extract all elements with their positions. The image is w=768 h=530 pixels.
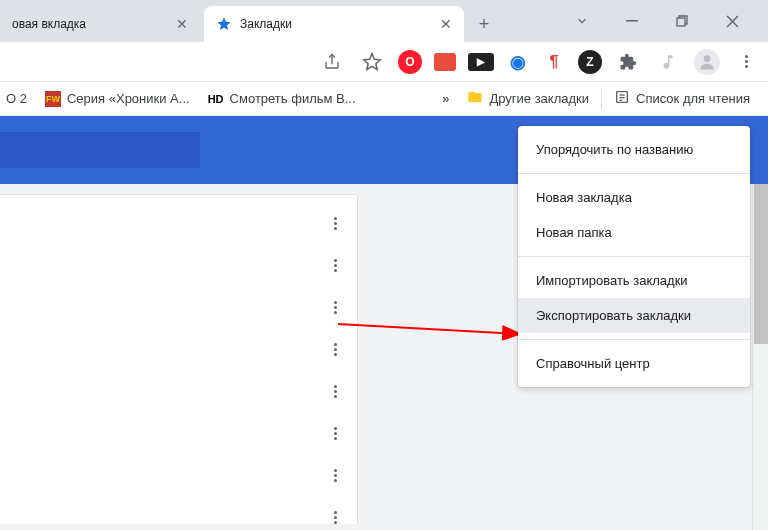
item-menu-button[interactable]	[327, 341, 343, 357]
zenmate-icon[interactable]: Z	[578, 50, 602, 74]
reading-list-label: Список для чтения	[636, 91, 750, 106]
maximize-button[interactable]	[668, 7, 696, 35]
tab-title: овая вкладка	[12, 17, 166, 31]
minimize-button[interactable]	[618, 7, 646, 35]
item-menu-button[interactable]	[327, 425, 343, 441]
chevron-down-icon[interactable]	[568, 7, 596, 35]
bookmark-item[interactable]: HD Смотреть фильм В...	[202, 87, 362, 111]
svg-rect-0	[626, 20, 638, 22]
bookmark-label: Серия «Хроники А...	[67, 91, 190, 106]
menu-new-bookmark[interactable]: Новая закладка	[518, 180, 750, 215]
music-icon[interactable]	[654, 48, 682, 76]
toolbar: O ▶ ◉ ¶ Z	[0, 42, 768, 82]
bookmark-overflow[interactable]: »	[436, 87, 455, 110]
tab-inactive[interactable]: овая вкладка ✕	[0, 6, 200, 42]
menu-dots-icon[interactable]	[732, 48, 760, 76]
tab-active[interactable]: Закладки ✕	[204, 6, 464, 42]
bookmark-item[interactable]: FW Серия «Хроники А...	[39, 87, 196, 111]
profile-avatar[interactable]	[694, 49, 720, 75]
context-menu: Упорядочить по названию Новая закладка Н…	[518, 126, 750, 387]
bookmark-bar: О 2 FW Серия «Хроники А... HD Смотреть ф…	[0, 82, 768, 116]
scrollbar-thumb[interactable]	[754, 184, 768, 344]
bookmark-label: Смотреть фильм В...	[230, 91, 356, 106]
star-icon	[216, 16, 232, 32]
thumbsdown-icon[interactable]: ¶	[542, 50, 566, 74]
new-tab-button[interactable]: +	[470, 10, 498, 38]
scrollbar[interactable]	[752, 184, 768, 530]
menu-separator	[518, 173, 750, 174]
close-icon[interactable]: ✕	[438, 16, 454, 32]
other-bookmarks[interactable]: Другие закладки	[461, 85, 595, 112]
folder-icon	[467, 89, 483, 108]
menu-separator	[518, 256, 750, 257]
tab-strip: овая вкладка ✕ Закладки ✕ +	[0, 0, 768, 42]
bookmark-list	[0, 194, 358, 524]
globe-icon[interactable]: ◉	[506, 50, 530, 74]
extensions-puzzle-icon[interactable]	[614, 48, 642, 76]
svg-rect-1	[677, 18, 685, 26]
tab-title: Закладки	[240, 17, 430, 31]
video-icon[interactable]: ▶	[468, 53, 494, 71]
close-window-button[interactable]	[718, 7, 746, 35]
menu-sort-by-name[interactable]: Упорядочить по названию	[518, 132, 750, 167]
menu-export-bookmarks[interactable]: Экспортировать закладки	[518, 298, 750, 333]
item-menu-button[interactable]	[327, 467, 343, 483]
share-icon[interactable]	[318, 48, 346, 76]
item-menu-button[interactable]	[327, 215, 343, 231]
window-controls	[568, 0, 768, 42]
item-menu-button[interactable]	[327, 383, 343, 399]
favicon: HD	[208, 91, 224, 107]
menu-new-folder[interactable]: Новая папка	[518, 215, 750, 250]
item-menu-button[interactable]	[327, 299, 343, 315]
adblock-icon[interactable]	[434, 53, 456, 71]
menu-import-bookmarks[interactable]: Импортировать закладки	[518, 263, 750, 298]
menu-separator	[518, 339, 750, 340]
opera-icon[interactable]: O	[398, 50, 422, 74]
menu-help-center[interactable]: Справочный центр	[518, 346, 750, 381]
favicon: FW	[45, 91, 61, 107]
svg-point-5	[704, 55, 711, 62]
reading-list[interactable]: Список для чтения	[608, 85, 756, 112]
close-icon[interactable]: ✕	[174, 16, 190, 32]
item-menu-button[interactable]	[327, 509, 343, 525]
bookmark-label: О 2	[6, 91, 27, 106]
reading-list-icon	[614, 89, 630, 108]
bookmark-item[interactable]: О 2	[0, 87, 33, 110]
bookmark-star-icon[interactable]	[358, 48, 386, 76]
item-menu-button[interactable]	[327, 257, 343, 273]
other-bookmarks-label: Другие закладки	[489, 91, 589, 106]
header-search[interactable]	[0, 132, 200, 168]
